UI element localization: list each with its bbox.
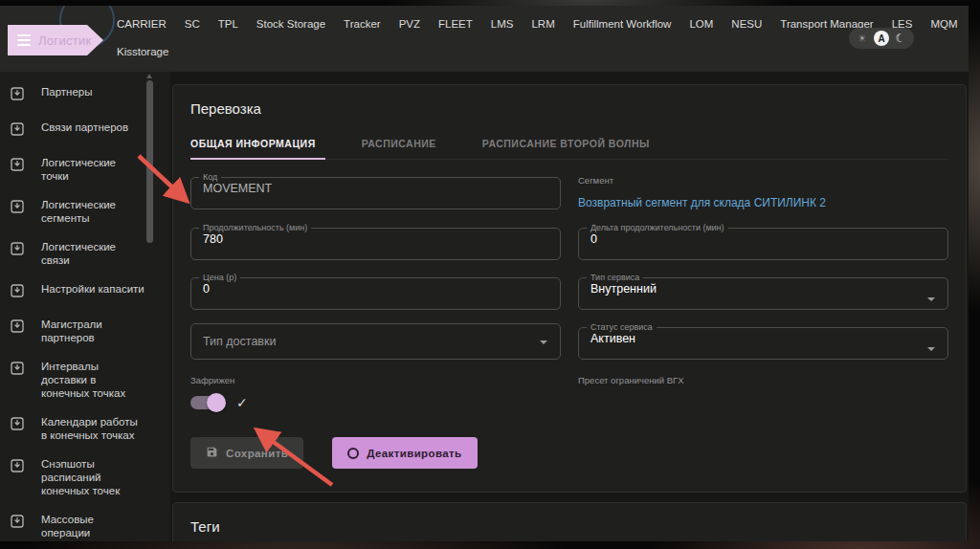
- chevron-down-icon: [927, 297, 935, 301]
- delta-duration-field-value[interactable]: 0: [579, 231, 947, 246]
- theme-auto-button[interactable]: A: [874, 31, 889, 46]
- price-field-label: Цена (р): [199, 274, 240, 281]
- duration-field[interactable]: Продолжительность (мин) 780: [190, 224, 561, 260]
- hamburger-menu-icon[interactable]: [17, 34, 31, 46]
- save-button-label: Сохранить: [226, 448, 288, 459]
- inbox-box-icon: [10, 121, 25, 141]
- top-bar: Логистик CARRIERSCTPLStock StorageTracke…: [0, 6, 969, 72]
- sidebar-item[interactable]: Календари работы в конечных точках: [0, 407, 170, 450]
- delivery-type-placeholder: Тип доставки: [203, 335, 276, 348]
- sidebar-item[interactable]: Массовые операции: [0, 505, 170, 541]
- sidebar-item-label: Партнеры: [41, 85, 92, 99]
- top-nav-item[interactable]: FLEET: [438, 18, 473, 30]
- check-icon: ✓: [236, 395, 248, 410]
- tab[interactable]: РАСПИСАНИЕ ВТОРОЙ ВОЛНЫ: [482, 130, 673, 159]
- transport-form: Код MOVEMENT Сегмент Возвратный сегмент …: [190, 173, 948, 410]
- top-nav-item[interactable]: NESU: [731, 18, 762, 30]
- sidebar-item[interactable]: Логистические связи: [0, 232, 170, 274]
- delivery-type-select[interactable]: Тип доставки: [190, 323, 561, 360]
- segment-link[interactable]: Возвратный сегмент для склада СИТИЛИНК 2: [578, 196, 826, 209]
- service-type-label: Тип сервиса: [587, 274, 643, 281]
- vgh-preset-label: Пресет ограничений ВГХ: [578, 375, 948, 385]
- chevron-down-icon: [540, 340, 547, 344]
- tab[interactable]: РАСПИСАНИЕ: [362, 130, 459, 159]
- top-nav: CARRIERSCTPLStock StorageTrackerPVZFLEET…: [117, 18, 854, 57]
- inbox-box-icon: [10, 514, 25, 533]
- sidebar: Партнеры Связи партнеров: [0, 72, 170, 541]
- service-type-value[interactable]: Внутренний: [579, 281, 947, 296]
- top-nav-item[interactable]: Stock Storage: [256, 18, 325, 30]
- sidebar-item-label: Интервалы доставки в конечных точках: [41, 360, 145, 400]
- sidebar-item[interactable]: Партнеры: [0, 77, 170, 113]
- service-status-select[interactable]: Статус сервиса Активен: [578, 323, 948, 360]
- main-content: Перевозка ОБЩАЯ ИНФОРМАЦИЯРАСПИСАНИЕРАСП…: [170, 72, 969, 541]
- transport-card: Перевозка ОБЩАЯ ИНФОРМАЦИЯРАСПИСАНИЕРАСП…: [172, 84, 967, 493]
- brand-badge[interactable]: Логистик: [8, 25, 103, 55]
- top-nav-item[interactable]: CARRIER: [117, 18, 167, 30]
- app-window: Логистик CARRIERSCTPLStock StorageTracke…: [0, 6, 969, 541]
- theme-light-sun-icon[interactable]: ☀: [855, 31, 870, 46]
- sidebar-item[interactable]: Логистические точки: [0, 148, 170, 190]
- inbox-box-icon: [10, 458, 25, 477]
- inbox-box-icon: [10, 199, 25, 218]
- theme-toggle[interactable]: ☀ A ☾: [849, 28, 914, 49]
- inbox-box-icon: [10, 416, 25, 435]
- top-nav-item[interactable]: SC: [185, 18, 200, 30]
- duration-field-value[interactable]: 780: [191, 231, 560, 246]
- save-button[interactable]: Сохранить: [190, 437, 303, 469]
- deactivate-button-label: Деактивировать: [367, 448, 461, 459]
- delta-duration-field-label: Дельта продолжительности (мин): [587, 224, 728, 231]
- frozen-label: Зафрижен: [190, 375, 561, 385]
- inbox-box-icon: [10, 86, 25, 105]
- save-floppy-icon: [206, 446, 218, 460]
- brand-label: Логистик: [38, 33, 92, 48]
- sidebar-item[interactable]: Настройки капасити: [0, 274, 170, 310]
- delta-duration-field[interactable]: Дельта продолжительности (мин) 0: [578, 224, 948, 260]
- top-nav-row-1: CARRIERSCTPLStock StorageTrackerPVZFLEET…: [117, 18, 854, 30]
- sidebar-item[interactable]: Связи партнеров: [0, 113, 170, 148]
- service-type-select[interactable]: Тип сервиса Внутренний: [578, 274, 948, 310]
- service-status-value[interactable]: Активен: [579, 331, 947, 345]
- price-field[interactable]: Цена (р) 0: [190, 274, 561, 310]
- tab[interactable]: ОБЩАЯ ИНФОРМАЦИЯ: [190, 130, 339, 159]
- frozen-toggle-cell: Зафрижен ✓: [190, 373, 561, 410]
- top-nav-item[interactable]: Fulfillment Workflow: [573, 18, 672, 30]
- code-field[interactable]: Код MOVEMENT: [190, 173, 561, 209]
- scrollbar-thumb[interactable]: [146, 80, 153, 243]
- sidebar-item-label: Настройки капасити: [41, 282, 145, 296]
- top-nav-item[interactable]: PVZ: [399, 18, 420, 30]
- sidebar-item[interactable]: Снэпшоты расписаний конечных точек: [0, 450, 170, 505]
- theme-dark-moon-icon[interactable]: ☾: [893, 31, 908, 46]
- top-nav-item[interactable]: LMS: [491, 18, 514, 30]
- sidebar-item-label: Календари работы в конечных точках: [41, 415, 145, 442]
- toggle-thumb[interactable]: [207, 393, 226, 412]
- vgh-preset-cell: Пресет ограничений ВГХ: [578, 373, 948, 410]
- frozen-toggle[interactable]: [190, 396, 223, 409]
- inbox-box-icon: [10, 283, 25, 302]
- top-nav-item[interactable]: LRM: [531, 18, 554, 30]
- inbox-box-icon: [10, 157, 25, 176]
- code-field-value[interactable]: MOVEMENT: [191, 181, 560, 195]
- tab-bar: ОБЩАЯ ИНФОРМАЦИЯРАСПИСАНИЕРАСПИСАНИЕ ВТО…: [190, 130, 948, 160]
- top-nav-row-2: Kisstorage: [117, 46, 854, 57]
- top-nav-item[interactable]: MQM: [930, 18, 957, 30]
- top-nav-item[interactable]: LOM: [689, 18, 713, 30]
- chevron-down-icon: [927, 347, 935, 351]
- sidebar-item-label: Связи партнеров: [41, 121, 128, 134]
- top-nav-item[interactable]: Tracker: [344, 18, 381, 30]
- top-nav-item[interactable]: TPL: [218, 18, 238, 30]
- top-nav-item[interactable]: Kisstorage: [117, 46, 168, 57]
- segment-label: Сегмент: [578, 175, 948, 186]
- inbox-box-icon: [10, 241, 25, 260]
- sidebar-item[interactable]: Интервалы доставки в конечных точках: [0, 352, 170, 407]
- sidebar-item[interactable]: Магистрали партнеров: [0, 310, 170, 352]
- inbox-box-icon: [10, 361, 25, 380]
- sidebar-item[interactable]: Логистические сегменты: [0, 190, 170, 232]
- price-field-value[interactable]: 0: [191, 281, 560, 296]
- sidebar-item-label: Логистические точки: [41, 156, 145, 183]
- sidebar-item-label: Логистические связи: [41, 240, 145, 267]
- deactivate-button[interactable]: Деактивировать: [332, 437, 477, 469]
- sidebar-scrollbar[interactable]: [146, 72, 153, 541]
- scrollbar-up-arrow[interactable]: [146, 74, 152, 78]
- code-field-label: Код: [199, 173, 221, 181]
